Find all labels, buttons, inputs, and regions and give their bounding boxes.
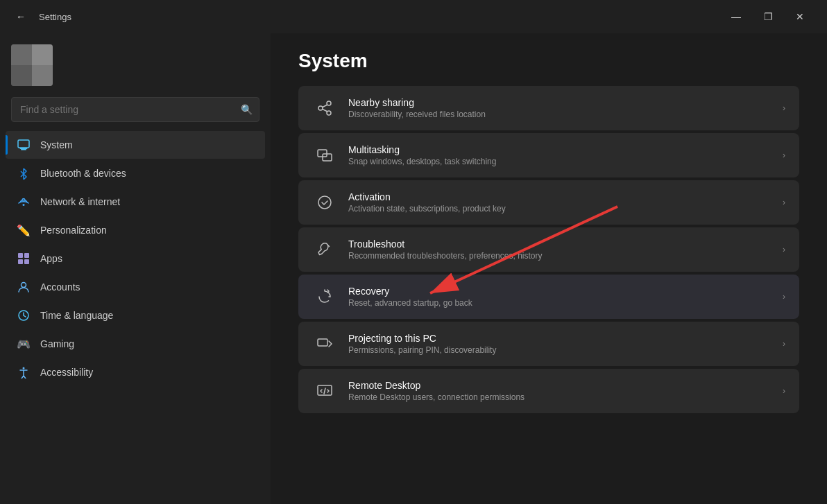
- svg-rect-7: [24, 259, 29, 264]
- multitasking-icon: [312, 143, 337, 168]
- setting-item-remote-desktop[interactable]: Remote Desktop Remote Desktop users, con…: [298, 369, 799, 413]
- troubleshoot-icon: [312, 237, 337, 262]
- chevron-projecting-icon: ›: [783, 339, 785, 349]
- sidebar-item-apps[interactable]: Apps: [6, 245, 265, 272]
- svg-rect-14: [318, 339, 327, 346]
- setting-item-projecting[interactable]: Projecting to this PC Permissions, pairi…: [298, 322, 799, 366]
- remote-desktop-icon: [312, 379, 337, 403]
- sidebar-label-network: Network & internet: [40, 196, 120, 207]
- setting-text-nearby: Nearby sharing Discoverability, received…: [348, 97, 771, 119]
- sidebar-label-apps: Apps: [40, 253, 62, 264]
- svg-rect-2: [20, 148, 28, 150]
- title-bar: ← Settings — ❐ ✕: [0, 0, 827, 33]
- svg-rect-5: [24, 253, 29, 258]
- svg-rect-0: [18, 140, 29, 148]
- svg-rect-4: [18, 253, 23, 258]
- setting-item-activation[interactable]: Activation Activation state, subscriptio…: [298, 180, 799, 225]
- chevron-troubleshoot-icon: ›: [783, 245, 785, 254]
- svg-rect-1: [21, 149, 26, 150]
- nearby-sharing-icon: [312, 96, 337, 121]
- search-input[interactable]: [11, 97, 259, 122]
- svg-point-3: [23, 204, 25, 206]
- sidebar-item-accessibility[interactable]: Accessibility: [6, 358, 265, 386]
- close-button[interactable]: ✕: [784, 6, 816, 28]
- setting-text-activation: Activation Activation state, subscriptio…: [348, 191, 771, 214]
- content-area: System Nearby sharing Discoverability, r…: [271, 33, 827, 504]
- setting-title-multitask: Multitasking: [348, 144, 771, 155]
- sidebar: 🔍 System: [0, 33, 271, 504]
- gaming-icon: 🎮: [17, 337, 31, 351]
- chevron-multitask-icon: ›: [783, 150, 785, 160]
- sidebar-label-accounts: Accounts: [40, 281, 80, 293]
- chevron-nearby-icon: ›: [783, 103, 785, 113]
- chevron-recovery-icon: ›: [783, 292, 785, 302]
- activation-icon: [312, 190, 337, 215]
- sidebar-label-gaming: Gaming: [40, 338, 74, 349]
- app-title: Settings: [39, 12, 71, 22]
- sidebar-item-network[interactable]: Network & internet: [6, 188, 265, 216]
- setting-item-multitasking[interactable]: Multitasking Snap windows, desktops, tas…: [298, 133, 799, 177]
- time-icon: [17, 309, 31, 322]
- personalization-icon: ✏️: [17, 223, 31, 237]
- bluetooth-icon: [17, 166, 31, 180]
- sidebar-nav: System Bluetooth & devices: [0, 130, 271, 387]
- user-area: [0, 33, 271, 94]
- minimize-button[interactable]: —: [720, 6, 752, 28]
- setting-item-nearby-sharing[interactable]: Nearby sharing Discoverability, received…: [298, 86, 799, 130]
- setting-text-recovery: Recovery Reset, advanced startup, go bac…: [348, 286, 771, 308]
- setting-text-troubleshoot: Troubleshoot Recommended troubleshooters…: [348, 238, 771, 261]
- projecting-icon: [312, 331, 337, 356]
- window-controls: — ❐ ✕: [720, 6, 816, 28]
- search-icon: 🔍: [241, 104, 253, 115]
- sidebar-item-gaming[interactable]: 🎮 Gaming: [6, 330, 265, 358]
- apps-icon: [17, 252, 31, 266]
- setting-text-multitask: Multitasking Snap windows, desktops, tas…: [348, 144, 771, 166]
- setting-desc-multitask: Snap windows, desktops, task switching: [348, 157, 771, 166]
- avatar: [11, 44, 53, 86]
- sidebar-item-accounts[interactable]: Accounts: [6, 273, 265, 301]
- sidebar-label-system: System: [40, 139, 73, 150]
- recovery-icon: [312, 284, 337, 309]
- setting-title-remote: Remote Desktop: [348, 380, 771, 391]
- search-box: 🔍: [11, 97, 259, 122]
- setting-desc-activation: Activation state, subscriptions, product…: [348, 204, 771, 214]
- svg-point-10: [23, 367, 25, 370]
- setting-desc-remote: Remote Desktop users, connection permiss…: [348, 392, 771, 402]
- accounts-icon: [17, 280, 31, 294]
- sidebar-label-bluetooth: Bluetooth & devices: [40, 168, 126, 179]
- back-button[interactable]: ←: [11, 7, 31, 26]
- setting-desc-recovery: Reset, advanced startup, go back: [348, 298, 771, 308]
- setting-title-recovery: Recovery: [348, 286, 771, 297]
- sidebar-label-personalization: Personalization: [40, 225, 107, 236]
- maximize-button[interactable]: ❐: [752, 6, 784, 28]
- sidebar-item-bluetooth[interactable]: Bluetooth & devices: [6, 159, 265, 187]
- setting-text-remote: Remote Desktop Remote Desktop users, con…: [348, 380, 771, 402]
- svg-rect-6: [18, 259, 23, 264]
- setting-title-troubleshoot: Troubleshoot: [348, 238, 771, 250]
- setting-desc-projecting: Permissions, pairing PIN, discoverabilit…: [348, 345, 771, 355]
- setting-desc-troubleshoot: Recommended troubleshooters, preferences…: [348, 251, 771, 261]
- chevron-activation-icon: ›: [783, 198, 785, 207]
- setting-desc-nearby: Discoverability, received files location: [348, 110, 771, 119]
- sidebar-label-accessibility: Accessibility: [40, 367, 93, 378]
- settings-list: Nearby sharing Discoverability, received…: [298, 86, 799, 413]
- svg-point-13: [318, 196, 331, 209]
- setting-text-projecting: Projecting to this PC Permissions, pairi…: [348, 333, 771, 355]
- setting-title-nearby: Nearby sharing: [348, 97, 771, 108]
- setting-item-troubleshoot[interactable]: Troubleshoot Recommended troubleshooters…: [298, 227, 799, 272]
- chevron-remote-icon: ›: [783, 386, 785, 396]
- network-icon: [17, 195, 31, 209]
- sidebar-item-personalization[interactable]: ✏️ Personalization: [6, 216, 265, 244]
- setting-title-activation: Activation: [348, 191, 771, 202]
- setting-item-recovery[interactable]: Recovery Reset, advanced startup, go bac…: [298, 275, 799, 319]
- sidebar-item-system[interactable]: System: [6, 131, 265, 159]
- sidebar-item-time[interactable]: Time & language: [6, 302, 265, 329]
- sidebar-label-time: Time & language: [40, 310, 113, 321]
- setting-title-projecting: Projecting to this PC: [348, 333, 771, 344]
- main-layout: 🔍 System: [0, 33, 827, 504]
- accessibility-icon: [17, 365, 31, 379]
- page-title: System: [298, 50, 799, 72]
- svg-point-8: [22, 283, 26, 288]
- system-icon: [17, 138, 31, 152]
